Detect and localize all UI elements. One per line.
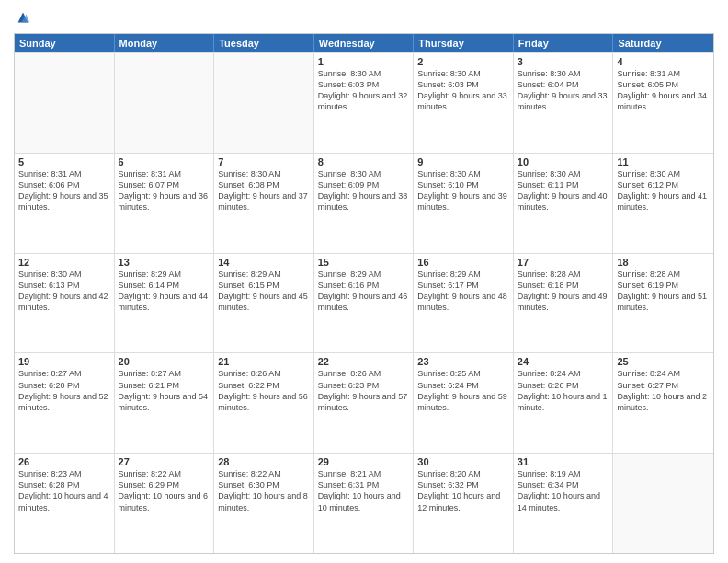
cell-info: Sunrise: 8:30 AM Sunset: 6:03 PM Dayligh…: [417, 68, 509, 113]
day-number: 19: [18, 356, 110, 367]
cell-info: Sunrise: 8:31 AM Sunset: 6:05 PM Dayligh…: [617, 68, 710, 113]
day-number: 12: [18, 257, 110, 268]
day-number: 11: [617, 156, 710, 167]
calendar-cell: [115, 53, 215, 153]
cell-info: Sunrise: 8:30 AM Sunset: 6:09 PM Dayligh…: [318, 168, 410, 213]
day-number: 25: [617, 356, 710, 367]
calendar-cell: 25Sunrise: 8:24 AM Sunset: 6:27 PM Dayli…: [613, 353, 713, 453]
calendar-cell: [214, 53, 314, 153]
calendar-cell: 14Sunrise: 8:29 AM Sunset: 6:15 PM Dayli…: [214, 254, 314, 353]
calendar-cell: 22Sunrise: 8:26 AM Sunset: 6:23 PM Dayli…: [314, 353, 415, 453]
day-number: 31: [518, 456, 609, 467]
cell-info: Sunrise: 8:27 AM Sunset: 6:20 PM Dayligh…: [18, 368, 110, 413]
cell-info: Sunrise: 8:29 AM Sunset: 6:17 PM Dayligh…: [417, 269, 509, 314]
day-number: 10: [518, 156, 609, 167]
day-number: 8: [318, 156, 410, 167]
weekday-header: Thursday: [414, 34, 514, 52]
cell-info: Sunrise: 8:30 AM Sunset: 6:03 PM Dayligh…: [318, 68, 410, 113]
calendar-cell: 23Sunrise: 8:25 AM Sunset: 6:24 PM Dayli…: [414, 353, 514, 453]
cell-info: Sunrise: 8:30 AM Sunset: 6:11 PM Dayligh…: [518, 168, 609, 213]
calendar-cell: 29Sunrise: 8:21 AM Sunset: 6:31 PM Dayli…: [314, 454, 415, 553]
day-number: 13: [119, 257, 210, 268]
day-number: 21: [218, 356, 310, 367]
day-number: 17: [518, 257, 609, 268]
calendar-cell: [613, 454, 713, 553]
day-number: 22: [318, 356, 410, 367]
cell-info: Sunrise: 8:30 AM Sunset: 6:12 PM Dayligh…: [617, 168, 710, 213]
calendar-cell: 30Sunrise: 8:20 AM Sunset: 6:32 PM Dayli…: [414, 454, 514, 553]
day-number: 4: [617, 56, 710, 67]
day-number: 1: [318, 56, 410, 67]
weekday-header: Monday: [115, 34, 215, 52]
calendar-cell: 15Sunrise: 8:29 AM Sunset: 6:16 PM Dayli…: [314, 254, 415, 353]
calendar-row: 26Sunrise: 8:23 AM Sunset: 6:28 PM Dayli…: [15, 453, 713, 553]
day-number: 7: [218, 156, 310, 167]
day-number: 26: [18, 456, 110, 467]
day-number: 29: [318, 456, 410, 467]
cell-info: Sunrise: 8:19 AM Sunset: 6:34 PM Dayligh…: [518, 468, 609, 513]
day-number: 23: [417, 356, 509, 367]
cell-info: Sunrise: 8:22 AM Sunset: 6:29 PM Dayligh…: [119, 468, 210, 513]
cell-info: Sunrise: 8:29 AM Sunset: 6:14 PM Dayligh…: [119, 269, 210, 314]
weekday-header: Saturday: [613, 34, 713, 52]
day-number: 5: [18, 156, 110, 167]
weekday-header: Sunday: [15, 34, 115, 52]
cell-info: Sunrise: 8:24 AM Sunset: 6:26 PM Dayligh…: [518, 368, 609, 413]
cell-info: Sunrise: 8:30 AM Sunset: 6:08 PM Dayligh…: [218, 168, 310, 213]
calendar-cell: 17Sunrise: 8:28 AM Sunset: 6:18 PM Dayli…: [514, 254, 614, 353]
weekday-header: Wednesday: [314, 34, 415, 52]
calendar-cell: 19Sunrise: 8:27 AM Sunset: 6:20 PM Dayli…: [15, 353, 115, 453]
calendar-cell: 28Sunrise: 8:22 AM Sunset: 6:30 PM Dayli…: [214, 454, 314, 553]
day-number: 15: [318, 257, 410, 268]
cell-info: Sunrise: 8:30 AM Sunset: 6:04 PM Dayligh…: [518, 68, 609, 113]
day-number: 2: [417, 56, 509, 67]
calendar-cell: 11Sunrise: 8:30 AM Sunset: 6:12 PM Dayli…: [613, 154, 713, 253]
logo-icon: [15, 9, 31, 26]
calendar-header: SundayMondayTuesdayWednesdayThursdayFrid…: [15, 34, 713, 52]
cell-info: Sunrise: 8:31 AM Sunset: 6:07 PM Dayligh…: [119, 168, 210, 213]
calendar-cell: 3Sunrise: 8:30 AM Sunset: 6:04 PM Daylig…: [514, 53, 614, 153]
day-number: 28: [218, 456, 310, 467]
cell-info: Sunrise: 8:27 AM Sunset: 6:21 PM Dayligh…: [119, 368, 210, 413]
calendar-cell: 12Sunrise: 8:30 AM Sunset: 6:13 PM Dayli…: [15, 254, 115, 353]
day-number: 3: [518, 56, 609, 67]
day-number: 20: [119, 356, 210, 367]
cell-info: Sunrise: 8:22 AM Sunset: 6:30 PM Dayligh…: [218, 468, 310, 513]
calendar-cell: 2Sunrise: 8:30 AM Sunset: 6:03 PM Daylig…: [414, 53, 514, 153]
calendar-cell: 21Sunrise: 8:26 AM Sunset: 6:22 PM Dayli…: [214, 353, 314, 453]
calendar-row: 1Sunrise: 8:30 AM Sunset: 6:03 PM Daylig…: [15, 52, 713, 153]
logo-text: [14, 9, 31, 26]
cell-info: Sunrise: 8:31 AM Sunset: 6:06 PM Dayligh…: [18, 168, 110, 213]
calendar-cell: [15, 53, 115, 153]
calendar-row: 5Sunrise: 8:31 AM Sunset: 6:06 PM Daylig…: [15, 153, 713, 253]
calendar-cell: 10Sunrise: 8:30 AM Sunset: 6:11 PM Dayli…: [514, 154, 614, 253]
calendar-row: 19Sunrise: 8:27 AM Sunset: 6:20 PM Dayli…: [15, 352, 713, 453]
calendar-cell: 7Sunrise: 8:30 AM Sunset: 6:08 PM Daylig…: [214, 154, 314, 253]
calendar-cell: 31Sunrise: 8:19 AM Sunset: 6:34 PM Dayli…: [514, 454, 614, 553]
calendar-cell: 27Sunrise: 8:22 AM Sunset: 6:29 PM Dayli…: [115, 454, 215, 553]
page: SundayMondayTuesdayWednesdayThursdayFrid…: [0, 0, 728, 563]
calendar-cell: 8Sunrise: 8:30 AM Sunset: 6:09 PM Daylig…: [314, 154, 415, 253]
cell-info: Sunrise: 8:29 AM Sunset: 6:15 PM Dayligh…: [218, 269, 310, 314]
weekday-header: Friday: [514, 34, 614, 52]
calendar-cell: 24Sunrise: 8:24 AM Sunset: 6:26 PM Dayli…: [514, 353, 614, 453]
weekday-header: Tuesday: [214, 34, 314, 52]
calendar-cell: 6Sunrise: 8:31 AM Sunset: 6:07 PM Daylig…: [115, 154, 215, 253]
calendar-cell: 16Sunrise: 8:29 AM Sunset: 6:17 PM Dayli…: [414, 254, 514, 353]
cell-info: Sunrise: 8:20 AM Sunset: 6:32 PM Dayligh…: [417, 468, 509, 513]
cell-info: Sunrise: 8:25 AM Sunset: 6:24 PM Dayligh…: [417, 368, 509, 413]
day-number: 14: [218, 257, 310, 268]
cell-info: Sunrise: 8:28 AM Sunset: 6:19 PM Dayligh…: [617, 269, 710, 314]
calendar: SundayMondayTuesdayWednesdayThursdayFrid…: [14, 33, 714, 554]
day-number: 30: [417, 456, 509, 467]
day-number: 18: [617, 257, 710, 268]
cell-info: Sunrise: 8:21 AM Sunset: 6:31 PM Dayligh…: [318, 468, 410, 513]
calendar-cell: 1Sunrise: 8:30 AM Sunset: 6:03 PM Daylig…: [314, 53, 415, 153]
calendar-row: 12Sunrise: 8:30 AM Sunset: 6:13 PM Dayli…: [15, 253, 713, 353]
calendar-cell: 9Sunrise: 8:30 AM Sunset: 6:10 PM Daylig…: [414, 154, 514, 253]
cell-info: Sunrise: 8:28 AM Sunset: 6:18 PM Dayligh…: [518, 269, 609, 314]
day-number: 16: [417, 257, 509, 268]
calendar-cell: 26Sunrise: 8:23 AM Sunset: 6:28 PM Dayli…: [15, 454, 115, 553]
calendar-cell: 4Sunrise: 8:31 AM Sunset: 6:05 PM Daylig…: [613, 53, 713, 153]
cell-info: Sunrise: 8:29 AM Sunset: 6:16 PM Dayligh…: [318, 269, 410, 314]
